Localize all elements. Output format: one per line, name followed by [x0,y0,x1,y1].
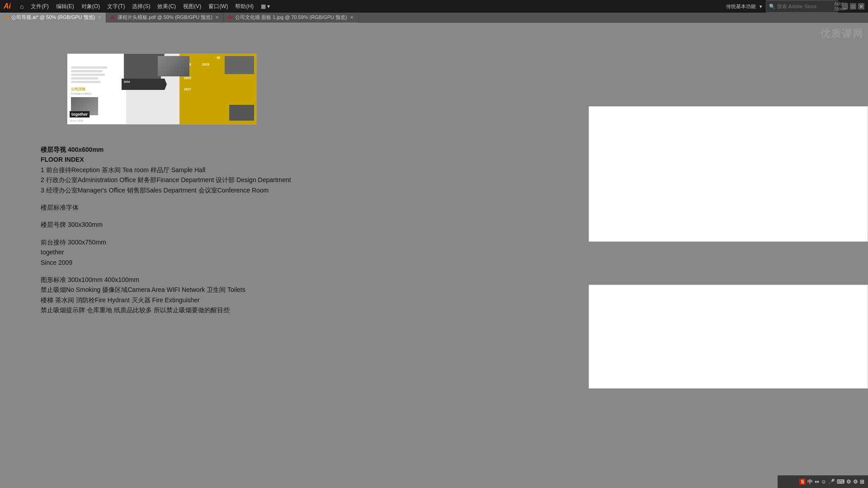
graphic-label: 图形标准 300x100mm 400x100mm [41,275,291,285]
title-bar-left: Ai ⌂ 文件(F) 编辑(E) 对象(O) 文字(T) 选择(S) 效果(C)… [4,2,270,10]
search-box[interactable]: 🔍 Adobe Stock [766,0,838,13]
preview-photo-main [158,56,189,76]
floor-index-label: FLOOR INDEX [41,155,291,164]
arrow-icon: ⇔ [815,479,819,485]
menu-window[interactable]: 窗口(W) [208,3,228,10]
canvas-area[interactable]: 优质课网 公司历程 Company history together Since [0,23,868,488]
year-2016: 2016 [124,80,130,83]
mic-icon: 🎤 [828,479,835,485]
document-preview: 公司历程 Company history together Since 2008… [67,53,257,125]
menu-file[interactable]: 文件(F) [31,3,48,10]
right-panel-top [589,106,868,242]
preview-gold-section: 20 20 20 2018 2019 2015 2017 [179,54,256,125]
graphic-section: 图形标准 300x100mm 400x100mm 禁止吸烟No Smoking … [41,275,291,315]
home-icon[interactable]: ⌂ [20,3,24,10]
feature-dropdown-icon[interactable]: ▾ [760,4,762,9]
floor1-text: 1 前台接待Reception 茶水间 Tea room 样品厅 Sample … [41,165,291,175]
year-2019-label: 2019 [202,63,209,66]
menu-view[interactable]: 视图(V) [183,3,201,10]
menu-select[interactable]: 选择(S) [132,3,150,10]
app-logo: Ai [4,2,11,10]
stair-line: 楼梯 茶水间 消防栓Fire Hydrant 灭火器 Fire Extingui… [41,295,291,305]
preview-dark-arrow: 2016 [122,79,167,90]
menu-effects[interactable]: 效果(C) [157,3,176,10]
feature-label: 传统基本功能 [726,3,756,10]
together-text: together [41,247,291,257]
preview-company-cn: 公司历程 [71,87,123,92]
maximize-button[interactable]: □ [850,3,856,9]
floor-sign-section: 楼层号牌 300x300mm [41,220,291,230]
tabs-bar: Ai 公司导视.ai* @ 50% (RGB/GPU 预览) ✕ Ai 课程片头… [0,13,868,23]
menu-object[interactable]: 对象(O) [81,3,100,10]
right-panel-bottom [589,285,868,389]
tab-jpg[interactable]: Ai 公司文化墙 面板 1.jpg @ 70.59% (RGB/GPU 预览) … [224,13,359,23]
floor3-text: 3 经理办公室Manager's Office 销售部Sales Departm… [41,185,291,195]
year-2015-label: 2015 [184,76,191,80]
reception-label: 前台接待 3000x750mm [41,237,291,247]
menu-grid[interactable]: ▦ ▾ [261,3,270,9]
chinese-icon: 中 [807,478,813,486]
minimize-button[interactable]: _ [842,3,848,9]
floor-font-section: 楼层标准字体 [41,202,291,212]
preview-left: 公司历程 Company history together Since 2008 [67,54,126,124]
preview-content: 公司历程 Company history together Since 2008… [67,54,256,124]
since-text: Since 2009 [41,258,291,267]
jpg-file-icon: Ai [228,15,232,20]
tab-label-3: 公司文化墙 面板 1.jpg @ 70.59% (RGB/GPU 预览) [235,14,347,21]
ai-file-icon: Ai [5,15,9,20]
reminder-line: 禁止吸烟提示牌 仓库重地 纸质品比较多 所以禁止吸烟要做的醒目些 [41,305,291,315]
search-icon: 🔍 [769,4,775,9]
tab-active-ai[interactable]: Ai 公司导视.ai* @ 50% (RGB/GPU 预览) ✕ [0,13,106,23]
tab-close-2[interactable]: ✕ [215,15,219,20]
menu-text[interactable]: 文字(T) [107,3,125,10]
watermark: 优质课网 [820,27,863,41]
emoji-icon: ☺ [821,479,826,485]
floor-index-section: 楼层导视 400x600mm FLOOR INDEX 1 前台接待Recepti… [41,145,291,195]
tab-close-3[interactable]: ✕ [350,15,354,20]
preview-together: together [70,111,90,117]
floor-index-heading: 楼层导视 400x600mm [41,145,291,155]
taskbar-bottom: S 中 ⇔ ☺ 🎤 ⌨ ⚙ ⚙ ⊞ [778,475,868,488]
year-2017-label: 2017 [184,88,191,91]
pdf-file-icon: Ai [111,15,115,20]
text-content: 楼层导视 400x600mm FLOOR INDEX 1 前台接待Recepti… [41,145,291,322]
close-button[interactable]: ✕ [858,3,864,9]
reception-section: 前台接待 3000x750mm together Since 2009 [41,237,291,267]
floor2-text: 2 行政办公室Administration Office 财务部Finance … [41,175,291,185]
no-smoking-line: 禁止吸烟No Smoking 摄像区域Camera Area WIFI Netw… [41,285,291,295]
tab-label-1: 公司导视.ai* @ 50% (RGB/GPU 预览) [11,14,95,21]
menu-help[interactable]: 帮助(H) [235,3,254,10]
year-2020a: 20 [217,56,220,59]
preview-company-en: Company history [71,92,123,95]
title-bar: Ai ⌂ 文件(F) 编辑(E) 对象(O) 文字(T) 选择(S) 效果(C)… [0,0,868,13]
grid-icon: ⊞ [860,479,864,485]
menu-edit[interactable]: 编辑(E) [56,3,74,10]
settings-icon1: ⚙ [846,479,851,485]
tab-label-2: 课程片头模板.pdf @ 50% (RGB/GPU 预览) [118,14,212,21]
search-input[interactable] [777,4,831,9]
floor-font-label: 楼层标准字体 [41,202,291,212]
keyboard-icon: ⌨ [837,479,844,485]
tab-close-1[interactable]: ✕ [98,15,101,20]
wps-logo: S [799,479,805,485]
preview-since: Since 2008 [70,119,83,122]
settings-icon2: ⚙ [853,479,858,485]
floor-sign-label: 楼层号牌 300x300mm [41,220,291,230]
window-controls: _ □ ✕ [842,3,864,9]
tab-pdf[interactable]: Ai 课程片头模板.pdf @ 50% (RGB/GPU 预览) ✕ [106,13,224,23]
title-bar-right: 传统基本功能 ▾ 🔍 Adobe Stock _ □ ✕ [726,0,864,13]
